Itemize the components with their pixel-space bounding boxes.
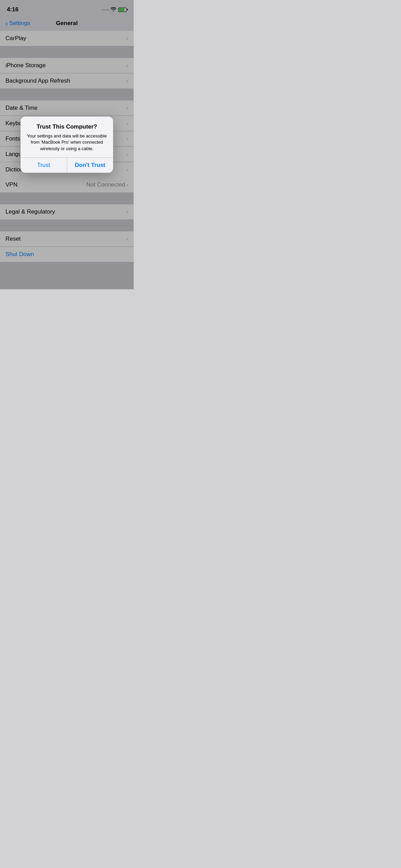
- dont-trust-button[interactable]: Don't Trust: [67, 158, 113, 173]
- trust-modal: Trust This Computer? Your settings and d…: [21, 117, 113, 173]
- trust-button[interactable]: Trust: [21, 158, 67, 173]
- modal-title: Trust This Computer?: [26, 123, 108, 130]
- modal-overlay: Trust This Computer? Your settings and d…: [0, 0, 134, 289]
- modal-message: Your settings and data will be accessibl…: [26, 133, 108, 152]
- modal-content: Trust This Computer? Your settings and d…: [21, 117, 113, 157]
- modal-buttons: Trust Don't Trust: [21, 157, 113, 173]
